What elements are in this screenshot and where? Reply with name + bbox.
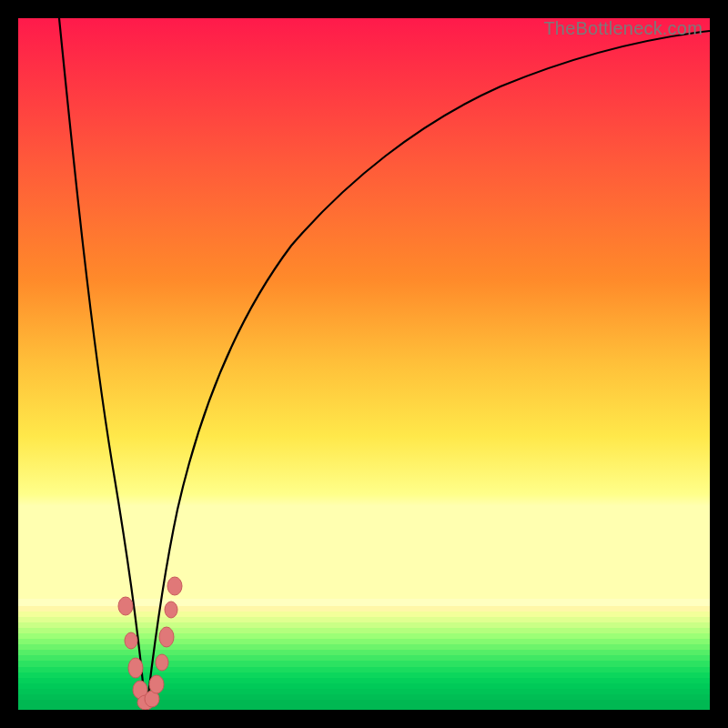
svg-point-2: [128, 658, 143, 678]
svg-point-10: [167, 577, 182, 595]
svg-point-6: [149, 675, 164, 693]
curve-overlay: [18, 18, 710, 710]
watermark-text: TheBottleneck.com: [543, 18, 703, 39]
curve-left-branch: [59, 18, 147, 710]
svg-point-0: [118, 597, 133, 615]
svg-point-1: [125, 632, 137, 649]
curve-right-branch: [147, 31, 710, 710]
svg-point-7: [156, 654, 168, 671]
svg-point-9: [165, 602, 177, 618]
chart-frame: TheBottleneck.com: [0, 0, 728, 728]
plot-area: TheBottleneck.com: [18, 18, 710, 710]
marker-cluster: [118, 577, 182, 710]
svg-point-8: [159, 627, 174, 647]
